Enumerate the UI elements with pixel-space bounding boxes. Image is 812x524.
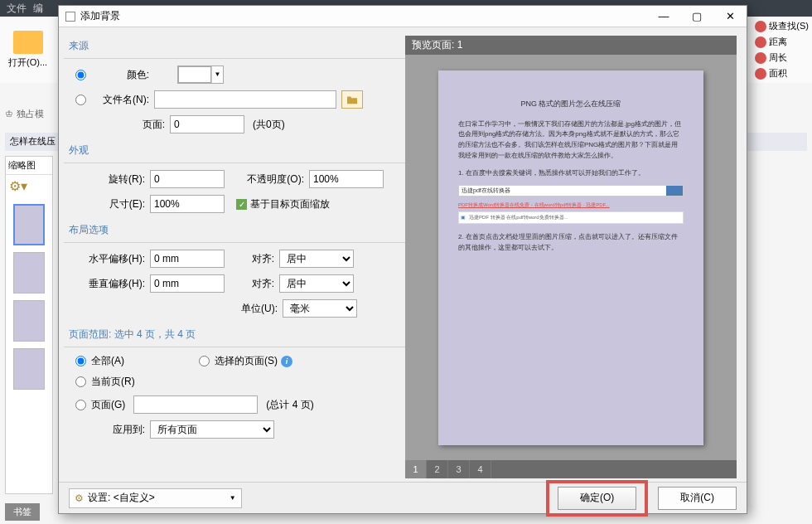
page-num-input[interactable] [170, 115, 244, 133]
appearance-title: 外观 [64, 140, 405, 161]
search-icon [755, 21, 766, 32]
ok-highlight: 确定(O) [546, 480, 648, 517]
titlebar: 添加背景 — ▢ ✕ [59, 6, 747, 27]
chevron-down-icon: ▼ [230, 494, 236, 502]
all-label: 全部(A) [91, 354, 124, 368]
preview-doc-title: PNG 格式的图片怎么在线压缩 [458, 99, 684, 109]
bookmark-tab[interactable]: 书签 [5, 503, 40, 521]
close-button[interactable]: ✕ [713, 6, 747, 27]
page-preview: PNG 格式的图片怎么在线压缩 在日常工作学习中，一般情况下我们存储图片的方法都… [438, 70, 703, 445]
dialog-title: 添加背景 [80, 9, 120, 23]
folder-icon [346, 95, 358, 104]
add-background-dialog: 添加背景 — ▢ ✕ 来源 颜色: ▼ 文件名(N): [58, 5, 747, 514]
preview-tab-3[interactable]: 3 [448, 460, 470, 478]
filename-label: 文件名(N): [91, 93, 149, 107]
thumb-page-2[interactable] [13, 252, 45, 294]
perimeter-icon [755, 52, 766, 64]
pages-input[interactable] [133, 395, 258, 414]
settings-pane: 来源 颜色: ▼ 文件名(N): 页面: [59, 27, 405, 482]
opacity-input[interactable] [309, 170, 384, 188]
open-label: 打开(O)... [8, 56, 47, 69]
color-label: 颜色: [91, 68, 149, 82]
maximize-button[interactable]: ▢ [680, 6, 713, 27]
radio-file[interactable] [75, 95, 86, 105]
exclusive-mode[interactable]: ♔独占模 [5, 108, 44, 120]
folder-icon [13, 31, 43, 54]
layout-group: 布局选项 水平偏移(H): 对齐: 居中 垂直偏移(H): 对齐: 居中 单位(… [64, 220, 405, 318]
preview-para1: 在日常工作学习中，一般情况下我们存储图片的方法都是.jpg格式的图片，但也会用到… [458, 119, 684, 162]
radio-color[interactable] [75, 70, 86, 80]
info-icon[interactable]: i [281, 356, 292, 367]
hoff-input[interactable] [150, 250, 225, 268]
radio-all[interactable] [75, 356, 86, 366]
voff-input[interactable] [150, 274, 225, 293]
preview-step1: 1. 在百度中去搜索关键词，熟悉操作就可以开始我们的工作了。 [458, 168, 684, 179]
pages-label: 页面(G) [91, 398, 125, 412]
check-icon: ✓ [236, 199, 247, 210]
pages-total: (总计 4 页) [266, 398, 313, 412]
settings-dropdown[interactable]: ⚙ 设置: <自定义> ▼ [69, 488, 242, 508]
size-label: 尺寸(E): [75, 197, 145, 211]
selected-label: 选择的页面(S) [215, 354, 278, 368]
thumb-page-1[interactable] [13, 204, 45, 245]
radio-pages[interactable] [75, 400, 86, 410]
thumb-page-4[interactable] [13, 348, 45, 390]
rotate-input[interactable] [150, 170, 225, 188]
halign-select[interactable]: 居中 [279, 250, 354, 268]
ruler-icon [755, 36, 766, 48]
source-group: 来源 颜色: ▼ 文件名(N): 页面: [64, 36, 405, 133]
preview-result2: ▣迅捷PDF 转换器 在线pdf转word免费转换器... [458, 211, 684, 224]
minimize-button[interactable]: — [647, 6, 680, 27]
area-tool[interactable]: 面积 [755, 67, 809, 80]
apply-select[interactable]: 所有页面 [150, 420, 274, 439]
perimeter-tool[interactable]: 周长 [755, 51, 809, 64]
cancel-button[interactable]: 取消(C) [658, 487, 737, 510]
adv-search-tool[interactable]: 级查找(S) [755, 20, 809, 32]
preview-pane: 预览页面: 1 PNG 格式的图片怎么在线压缩 在日常工作学习中，一般情况下我们… [405, 27, 747, 482]
current-label: 当前页(R) [91, 375, 135, 389]
preview-searchbox: 迅捷pdf在线转换器 [458, 185, 684, 196]
preview-area: PNG 格式的图片怎么在线压缩 在日常工作学习中，一般情况下我们存储图片的方法都… [405, 55, 737, 460]
source-title: 来源 [64, 36, 405, 56]
gear-icon[interactable]: ⚙▾ [6, 175, 52, 197]
settings-label: 设置: <自定义> [88, 491, 155, 505]
valign-select[interactable]: 居中 [279, 274, 354, 293]
menu-edit[interactable]: 编 [33, 2, 43, 15]
rotate-label: 旋转(R): [75, 172, 145, 187]
unit-label: 单位(U): [228, 302, 278, 316]
crown-icon: ♔ [5, 109, 13, 119]
preview-tab-4[interactable]: 4 [470, 460, 491, 478]
gear-icon: ⚙ [75, 492, 84, 504]
thumb-page-3[interactable] [13, 300, 45, 342]
voff-label: 垂直偏移(H): [75, 277, 145, 291]
radio-current[interactable] [75, 376, 86, 387]
range-group: 页面范围: 选中 4 页，共 4 页 全部(A) 选择的页面(S) i 当前页(… [64, 324, 405, 439]
preview-step2: 2. 在首页点击文档处理里面的图片压缩，点击就可以进入了。还有压缩文件的其他操作… [458, 232, 684, 254]
valign-label: 对齐: [225, 277, 274, 291]
menu-file[interactable]: 文件 [7, 2, 27, 15]
color-picker[interactable]: ▼ [177, 66, 224, 84]
based-on-label[interactable]: 基于目标页面缩放 [250, 197, 330, 211]
unit-select[interactable]: 毫米 [283, 299, 357, 318]
preview-header: 预览页面: 1 [405, 36, 737, 55]
preview-page-nav: 1 2 3 4 [405, 460, 737, 478]
radio-selected[interactable] [199, 356, 210, 366]
browse-button[interactable] [341, 90, 363, 109]
distance-tool[interactable]: 距离 [755, 36, 809, 48]
range-title: 页面范围: 选中 4 页，共 4 页 [64, 324, 405, 345]
page-total: (共0页) [253, 118, 285, 132]
thumbs-title: 缩略图 [6, 157, 52, 175]
area-icon [755, 68, 766, 80]
hoff-label: 水平偏移(H): [75, 252, 145, 266]
size-input[interactable] [150, 195, 225, 213]
dialog-footer: ⚙ 设置: <自定义> ▼ 确定(O) 取消(C) [59, 482, 747, 513]
open-button[interactable]: 打开(O)... [8, 31, 47, 69]
side-tools: 级查找(S) 距离 周长 面积 [755, 20, 809, 80]
thumbnails-panel: 缩略图 ⚙▾ [5, 156, 53, 494]
filename-input[interactable] [154, 90, 336, 109]
preview-tab-2[interactable]: 2 [427, 460, 448, 478]
preview-tab-1[interactable]: 1 [405, 460, 427, 478]
ok-button[interactable]: 确定(O) [558, 487, 636, 510]
page-num-label: 页面: [75, 118, 165, 132]
app-icon [65, 12, 75, 22]
